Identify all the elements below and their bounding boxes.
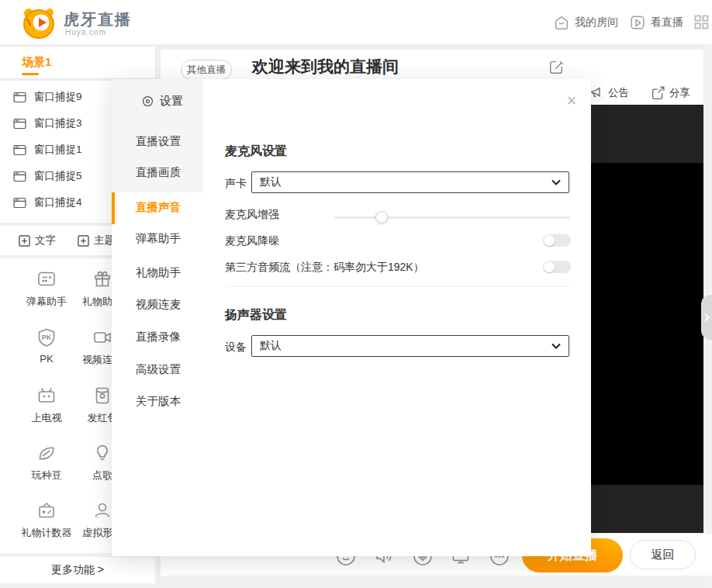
scene-tab-underline — [22, 73, 39, 75]
mic-denoise-toggle[interactable] — [543, 234, 571, 247]
device-select[interactable]: 默认 — [251, 335, 569, 357]
camera-icon — [92, 327, 112, 348]
watch-live-button[interactable]: 看直播 — [629, 14, 683, 31]
menu-item-gift-assistant[interactable]: 礼物助手 — [136, 265, 203, 281]
announcement-button[interactable]: 公告 — [589, 85, 629, 100]
tool-label: 玩种豆 — [32, 469, 62, 483]
window-capture-icon — [13, 171, 26, 182]
tv-icon — [36, 386, 57, 406]
settings-menu-header: 设置 — [141, 94, 183, 109]
plus-square-icon — [19, 235, 30, 247]
bulb-icon — [92, 443, 112, 463]
settings-dialog: 设置 直播设置 直播画质 直播声音 弹幕助手 礼物助手 视频连麦 直播录像 高级… — [112, 79, 591, 556]
sound-card-value: 默认 — [260, 175, 282, 189]
menu-item-live-recording[interactable]: 直播录像 — [136, 330, 203, 345]
menu-item-live-quality[interactable]: 直播画质 — [136, 165, 203, 181]
mic-boost-slider-track[interactable] — [334, 216, 571, 219]
source-label: 窗口捕捉3 — [34, 116, 82, 130]
tab-scene1[interactable]: 场景1 — [22, 55, 51, 70]
back-label: 返回 — [652, 548, 675, 562]
top-navbar: 虎牙直播 Huya.com 我的房间 看直播 — [0, 0, 712, 45]
gear-icon — [141, 95, 154, 108]
sound-card-label: 声卡 — [225, 177, 247, 191]
menu-item-about-version[interactable]: 关于版本 — [136, 394, 203, 410]
mic-denoise-label: 麦克风降噪 — [225, 234, 279, 248]
edit-title-icon[interactable] — [548, 59, 564, 74]
scene-tabs: 场景1 — [0, 47, 155, 78]
svg-text:PK: PK — [42, 334, 52, 341]
window-capture-icon — [13, 92, 26, 103]
close-icon[interactable]: × — [562, 92, 581, 110]
window-capture-icon — [13, 144, 26, 156]
chevron-down-icon — [551, 343, 561, 349]
play-icon — [629, 14, 646, 31]
add-theme-button[interactable]: 主题 — [78, 233, 115, 247]
watch-live-label: 看直播 — [651, 16, 683, 29]
add-text-label: 文字 — [35, 233, 56, 247]
category-pill[interactable]: 其他直播 — [181, 60, 232, 80]
more-functions-button[interactable]: 更多功能 > — [0, 557, 155, 583]
danmaku-icon — [36, 269, 57, 289]
back-button[interactable]: 返回 — [630, 540, 696, 569]
share-icon — [651, 85, 665, 100]
huya-logo-icon[interactable] — [21, 5, 57, 40]
share-label: 分享 — [669, 86, 690, 100]
settings-menu-title: 设置 — [160, 94, 183, 109]
chevron-down-icon — [551, 179, 561, 185]
my-room-button[interactable]: 我的房间 — [553, 14, 618, 31]
logo-subtitle: Huya.com — [65, 28, 106, 36]
room-title: 欢迎来到我的直播间 — [252, 56, 399, 78]
chevron-right-icon — [704, 313, 710, 322]
menu-item-live-settings[interactable]: 直播设置 — [136, 134, 203, 150]
device-value: 默认 — [260, 339, 282, 353]
share-button[interactable]: 分享 — [651, 85, 690, 100]
section-divider — [225, 286, 571, 287]
toggle-knob — [544, 235, 555, 246]
leaf-icon — [36, 443, 57, 463]
window-capture-icon — [13, 197, 26, 209]
gift-icon — [92, 269, 112, 289]
more-functions-label: 更多功能 > — [51, 563, 104, 577]
add-text-button[interactable]: 文字 — [19, 233, 56, 247]
announcement-label: 公告 — [608, 86, 629, 100]
source-label: 窗口捕捉5 — [34, 169, 82, 183]
third-party-audio-label: 第三方音频流（注意：码率勿大于192K） — [225, 261, 424, 275]
my-room-label: 我的房间 — [575, 16, 618, 29]
menu-item-danmaku-assistant[interactable]: 弹幕助手 — [136, 231, 203, 247]
third-party-audio-toggle[interactable] — [543, 261, 571, 273]
apps-grid-icon[interactable] — [694, 15, 709, 29]
mic-boost-label: 麦克风增强 — [225, 208, 279, 222]
menu-item-live-audio[interactable]: 直播声音 — [136, 200, 203, 216]
room-icon — [553, 14, 570, 31]
logo-title: 虎牙直播 — [64, 9, 132, 30]
source-label: 窗口捕捉9 — [34, 90, 82, 104]
avatar-icon — [92, 500, 112, 521]
mic-boost-slider-thumb[interactable] — [375, 211, 388, 223]
device-label: 设备 — [225, 341, 247, 355]
panel-expander-handle[interactable] — [701, 295, 712, 340]
plus-square-icon — [78, 235, 89, 247]
tool-label: 弹幕助手 — [26, 295, 67, 309]
tool-label: 点歌 — [92, 469, 112, 483]
pk-shield-icon: PK — [36, 327, 57, 348]
red-packet-icon — [92, 386, 112, 406]
megaphone-icon — [589, 85, 604, 100]
gift-counter-icon — [36, 500, 57, 521]
mic-section-title: 麦克风设置 — [225, 144, 287, 160]
sound-card-select[interactable]: 默认 — [251, 171, 569, 193]
source-label: 窗口捕捉1 — [34, 143, 82, 157]
huya-streamer-app: 虎牙直播 Huya.com 我的房间 看直播 — [0, 0, 712, 588]
tool-label: PK — [40, 353, 53, 365]
selected-menu-accent-bar — [112, 192, 115, 224]
speaker-section-title: 扬声器设置 — [225, 307, 287, 323]
tool-label: 上电视 — [32, 411, 62, 425]
menu-item-advanced-settings[interactable]: 高级设置 — [136, 362, 203, 378]
category-label: 其他直播 — [187, 64, 226, 77]
toggle-knob — [544, 261, 555, 272]
window-capture-icon — [13, 118, 26, 130]
menu-item-video-link[interactable]: 视频连麦 — [136, 297, 203, 313]
source-label: 窗口捕捉4 — [34, 195, 82, 209]
